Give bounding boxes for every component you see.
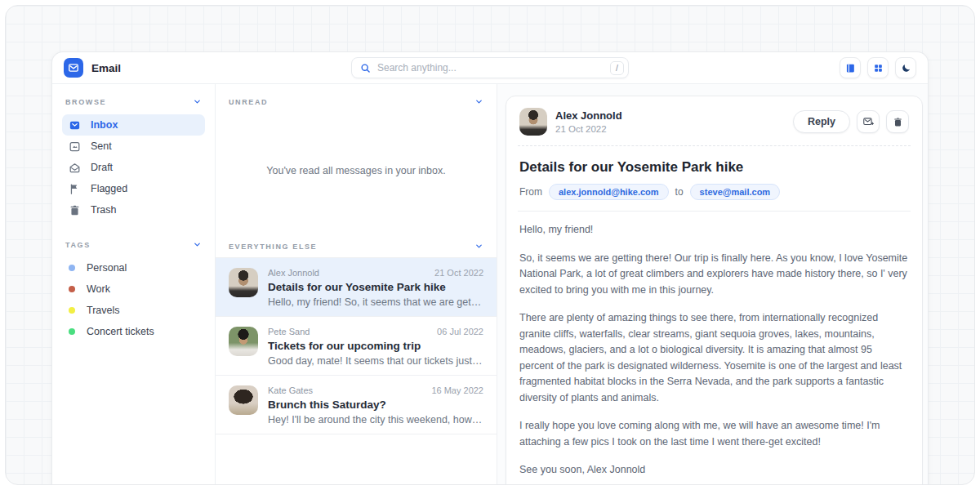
trash-icon	[69, 204, 81, 216]
mail-sender: Pete Sand	[268, 327, 310, 336]
to-email-chip[interactable]: steve@mail.com	[690, 184, 781, 200]
to-label: to	[675, 186, 684, 198]
avatar	[229, 327, 258, 356]
tag-label: Concert tickets	[87, 326, 154, 337]
top-bar: Email /	[52, 52, 928, 83]
avatar	[229, 268, 258, 297]
forward-button[interactable]	[857, 110, 880, 133]
tag-item-work[interactable]: Work	[62, 278, 205, 300]
mail-item-body: Pete Sand 06 Jul 2022 Tickets for our up…	[268, 327, 483, 367]
detail-actions: Reply	[793, 110, 909, 133]
sidebar-item-label: Draft	[91, 162, 113, 173]
tags-section: Tags Personal Work Travels	[62, 240, 205, 342]
sidebar-item-draft[interactable]: Draft	[62, 157, 205, 178]
tag-color-dot	[69, 328, 75, 335]
tag-label: Personal	[87, 262, 127, 274]
detail-subject: Details for our Yosemite Park hike	[519, 159, 909, 176]
mail-list-column: Unread You've read all messages in your …	[216, 84, 497, 485]
unread-empty-message: You've read all messages in your inbox.	[266, 165, 445, 176]
mail-date: 16 May 2022	[431, 385, 483, 395]
delete-icon	[893, 117, 903, 127]
mail-subject: Brunch this Saturday?	[268, 399, 483, 411]
body-paragraph: I really hope you love coming along with…	[519, 418, 909, 450]
topbar-actions	[840, 57, 916, 78]
draft-icon	[69, 162, 81, 174]
avatar	[229, 385, 258, 415]
search-shortcut-key: /	[610, 61, 624, 75]
mail-detail-card: Alex Jonnold 21 Oct 2022 Reply	[506, 96, 923, 485]
chevron-down-icon[interactable]	[474, 242, 483, 251]
mail-sender: Kate Gates	[268, 385, 313, 395]
forward-envelope-icon	[862, 116, 874, 127]
tags-section-header[interactable]: Tags	[62, 240, 205, 249]
chevron-down-icon[interactable]	[474, 97, 483, 106]
unread-section-header[interactable]: Unread	[216, 84, 497, 113]
sidebar-item-flagged[interactable]: Flagged	[62, 178, 205, 199]
everything-else-section-label: Everything else	[229, 243, 317, 251]
notebook-icon	[845, 63, 856, 74]
body-paragraph: So, it seems we are getting there! Our t…	[519, 251, 909, 299]
body-paragraph: There are plenty of amazing things to se…	[519, 310, 909, 406]
notebook-button[interactable]	[840, 57, 861, 78]
from-label: From	[519, 186, 542, 198]
chevron-down-icon[interactable]	[193, 97, 202, 106]
apps-grid-button[interactable]	[867, 57, 889, 78]
divider	[518, 145, 911, 146]
mail-date: 21 Oct 2022	[434, 268, 483, 278]
mail-snippet: Good day, mate! It seems that our ticket…	[268, 355, 483, 367]
app-title: Email	[91, 62, 121, 74]
tag-item-travels[interactable]: Travels	[62, 300, 205, 321]
detail-sender-name: Alex Jonnold	[555, 109, 622, 122]
search-bar[interactable]: /	[351, 57, 629, 78]
moon-icon	[901, 63, 911, 74]
detail-date: 21 Oct 2022	[555, 124, 622, 134]
reply-button[interactable]: Reply	[793, 110, 850, 133]
tag-color-dot	[69, 286, 75, 292]
page-frame: Email /	[5, 5, 975, 485]
mail-snippet: Hey! I'll be around the city this weeken…	[268, 414, 483, 425]
tag-color-dot	[69, 265, 75, 271]
tag-item-concert-tickets[interactable]: Concert tickets	[62, 321, 205, 342]
sidebar-item-label: Flagged	[91, 183, 127, 194]
browse-section-label: Browse	[65, 98, 106, 106]
mail-list-item[interactable]: Kate Gates 16 May 2022 Brunch this Satur…	[216, 376, 497, 434]
body-paragraph: See you soon, Alex Jonnold	[519, 462, 909, 479]
tag-label: Travels	[87, 305, 120, 316]
email-body: Hello, my friend! So, it seems we are ge…	[518, 222, 911, 479]
mail-list-item[interactable]: Alex Jonnold 21 Oct 2022 Details for our…	[216, 257, 497, 317]
avatar	[519, 108, 547, 136]
chevron-down-icon[interactable]	[193, 240, 202, 249]
recipients-row: From alex.jonnold@hike.com to steve@mail…	[518, 184, 911, 200]
sidebar-item-trash[interactable]: Trash	[62, 199, 205, 220]
main-columns: Browse Inbox Sent	[52, 83, 928, 485]
sidebar-item-label: Sent	[91, 140, 112, 152]
browse-section-header[interactable]: Browse	[62, 97, 205, 106]
search-icon	[360, 63, 371, 74]
tag-item-personal[interactable]: Personal	[62, 257, 205, 278]
mail-list-item[interactable]: Pete Sand 06 Jul 2022 Tickets for our up…	[216, 317, 497, 376]
dark-mode-toggle-button[interactable]	[895, 57, 916, 78]
mail-sender: Alex Jonnold	[268, 268, 319, 278]
sidebar: Browse Inbox Sent	[52, 84, 216, 485]
divider	[518, 211, 911, 212]
mail-subject: Tickets for our upcoming trip	[268, 340, 483, 352]
email-app-logo	[64, 58, 83, 78]
unread-section-label: Unread	[229, 98, 268, 106]
tags-section-label: Tags	[65, 241, 91, 249]
mail-snippet: Hello, my friend! So, it seems that we a…	[268, 296, 483, 308]
tag-color-dot	[69, 307, 75, 314]
delete-button[interactable]	[886, 110, 909, 133]
mail-item-body: Kate Gates 16 May 2022 Brunch this Satur…	[268, 385, 483, 425]
mail-detail-area: Alex Jonnold 21 Oct 2022 Reply	[497, 84, 928, 485]
everything-else-section-header[interactable]: Everything else	[216, 229, 497, 257]
unread-empty-state: You've read all messages in your inbox.	[216, 113, 497, 229]
mail-item-body: Alex Jonnold 21 Oct 2022 Details for our…	[268, 268, 483, 308]
sent-icon	[69, 140, 81, 153]
sidebar-item-label: Inbox	[91, 119, 118, 131]
flag-icon	[69, 183, 81, 195]
from-email-chip[interactable]: alex.jonnold@hike.com	[549, 184, 669, 200]
sidebar-item-sent[interactable]: Sent	[62, 136, 205, 157]
envelope-icon	[68, 62, 79, 74]
search-input[interactable]	[377, 62, 610, 74]
sidebar-item-inbox[interactable]: Inbox	[62, 114, 205, 136]
